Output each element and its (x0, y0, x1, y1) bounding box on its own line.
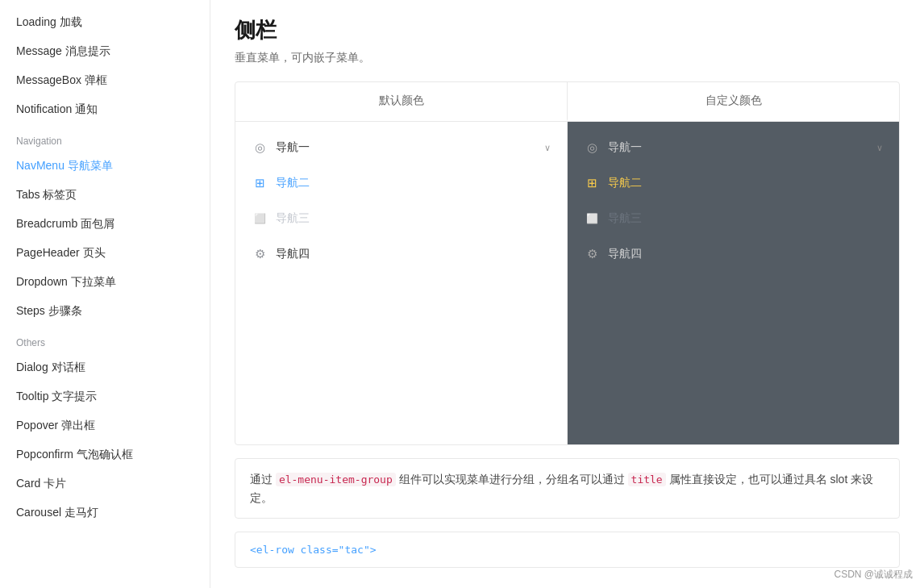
demo-container: 默认颜色 自定义颜色 导航一 ∨ 导航二 (235, 81, 900, 445)
menu-item-nav3-custom: 导航三 (568, 201, 899, 236)
panel-custom: 导航一 ∨ ⊞ 导航二 导航三 导航四 (568, 122, 899, 444)
sidebar-item-loading[interactable]: Loading 加载 (0, 8, 210, 37)
tab-custom[interactable]: 自定义颜色 (568, 82, 899, 121)
chevron-down-icon: ∨ (544, 143, 551, 153)
sidebar-category-navigation: Navigation (0, 124, 210, 152)
sidebar-item-popconfirm[interactable]: Popconfirm 气泡确认框 (0, 440, 210, 469)
sidebar-item-notification[interactable]: Notification 通知 (0, 95, 210, 124)
info-box: 通过 el-menu-item-group 组件可以实现菜单进行分组，分组名可以… (235, 458, 900, 519)
sidebar-item-navmenu[interactable]: NavMenu 导航菜单 (0, 152, 210, 181)
page-title: 侧栏 (235, 16, 900, 44)
sidebar-item-dropdown[interactable]: Dropdown 下拉菜单 (0, 268, 210, 297)
sidebar-category-others: Others (0, 326, 210, 353)
sidebar: Loading 加载 Message 消息提示 MessageBox 弹框 No… (0, 0, 210, 588)
menu-item-nav2-custom[interactable]: ⊞ 导航二 (568, 165, 899, 201)
panel-default: 导航一 ∨ 导航二 导航三 导航四 (235, 122, 568, 444)
menu-item-nav1-custom[interactable]: 导航一 ∨ (568, 130, 899, 165)
grid-icon (252, 175, 268, 191)
sidebar-item-tabs[interactable]: Tabs 标签页 (0, 181, 210, 210)
sidebar-item-messagebox[interactable]: MessageBox 弹框 (0, 66, 210, 95)
chevron-down-icon-custom: ∨ (876, 143, 883, 153)
sidebar-item-steps[interactable]: Steps 步骤条 (0, 297, 210, 326)
page-subtitle: 垂直菜单，可内嵌子菜单。 (235, 51, 900, 65)
grid-icon-custom: ⊞ (584, 175, 600, 191)
sidebar-item-message[interactable]: Message 消息提示 (0, 37, 210, 66)
sidebar-item-breadcrumb[interactable]: Breadcrumb 面包屑 (0, 210, 210, 239)
sidebar-item-dialog[interactable]: Dialog 对话框 (0, 353, 210, 382)
menu-item-nav4-default[interactable]: 导航四 (235, 236, 567, 272)
menu-item-nav1-default[interactable]: 导航一 ∨ (235, 130, 567, 165)
location-icon-custom (584, 140, 600, 156)
sidebar-item-card[interactable]: Card 卡片 (0, 469, 210, 498)
menu-item-nav4-custom[interactable]: 导航四 (568, 236, 899, 272)
doc-icon (252, 211, 268, 227)
sidebar-item-tooltip[interactable]: Tooltip 文字提示 (0, 382, 210, 411)
code-box: <el-row class="tac"> (235, 532, 900, 568)
gear-icon-custom (584, 246, 600, 262)
location-icon (252, 140, 268, 156)
sidebar-item-pageheader[interactable]: PageHeader 页头 (0, 239, 210, 268)
menu-item-nav3-default: 导航三 (235, 201, 567, 236)
main-content: 侧栏 垂直菜单，可内嵌子菜单。 默认颜色 自定义颜色 导航一 ∨ (210, 0, 924, 588)
demo-panels: 导航一 ∨ 导航二 导航三 导航四 (235, 122, 899, 444)
gear-icon (252, 246, 268, 262)
sidebar-item-popover[interactable]: Popover 弹出框 (0, 411, 210, 440)
tab-default[interactable]: 默认颜色 (235, 82, 568, 121)
menu-item-nav2-default[interactable]: 导航二 (235, 165, 567, 201)
demo-header: 默认颜色 自定义颜色 (235, 82, 899, 122)
watermark: CSDN @诚诚程成 (834, 568, 913, 582)
doc-icon-custom (584, 211, 600, 227)
sidebar-item-carousel[interactable]: Carousel 走马灯 (0, 498, 210, 528)
